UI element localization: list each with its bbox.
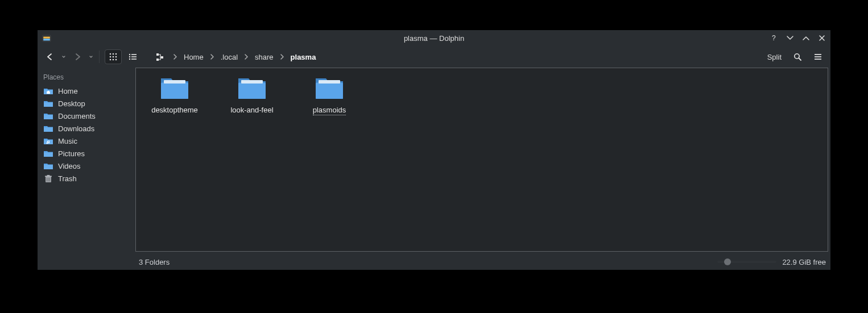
breadcrumb-home[interactable]: Home xyxy=(180,51,207,64)
sidebar-item-music[interactable]: Music xyxy=(38,135,135,147)
compact-view-button[interactable] xyxy=(125,50,140,64)
sidebar-item-home[interactable]: Home xyxy=(38,85,135,97)
status-item-count: 3 Folders xyxy=(139,258,170,266)
chevron-right-icon xyxy=(278,54,286,60)
menu-icon xyxy=(813,52,822,61)
close-button[interactable] xyxy=(818,34,826,42)
sidebar-item-videos[interactable]: Videos xyxy=(38,160,135,172)
chevron-right-icon xyxy=(171,54,179,60)
folder-icon xyxy=(43,124,53,133)
sidebar-item-label: Desktop xyxy=(58,99,85,108)
folder-item[interactable]: desktoptheme xyxy=(146,74,203,115)
sidebar-item-label: Downloads xyxy=(58,124,94,133)
folder-item[interactable]: look-and-feel xyxy=(224,74,280,115)
hamburger-menu-button[interactable] xyxy=(810,50,826,64)
chevron-right-icon xyxy=(208,54,216,60)
split-view-button[interactable]: Split xyxy=(760,51,785,64)
breadcrumb-local[interactable]: .local xyxy=(217,51,241,64)
breadcrumb-share[interactable]: share xyxy=(251,51,277,64)
back-history-dropdown[interactable] xyxy=(61,55,66,59)
sidebar-item-pictures[interactable]: Pictures xyxy=(38,147,135,160)
breadcrumb: Home .local share plasma xyxy=(171,51,319,64)
app-icon xyxy=(42,34,51,43)
sidebar-item-label: Pictures xyxy=(58,149,85,158)
breadcrumb-plasma[interactable]: plasma xyxy=(287,51,320,64)
folder-label: plasmoids xyxy=(313,106,346,115)
sidebar-item-label: Music xyxy=(58,137,77,145)
search-button[interactable] xyxy=(790,50,805,64)
icons-view-button[interactable] xyxy=(105,50,121,64)
file-view[interactable]: desktoptheme look-and-feel plasmoids xyxy=(135,68,828,252)
split-label: Split xyxy=(767,53,782,61)
forward-button xyxy=(69,50,85,64)
forward-history-dropdown[interactable] xyxy=(89,55,93,59)
zoom-slider[interactable] xyxy=(717,261,776,263)
sidebar-item-label: Trash xyxy=(58,174,77,183)
sidebar-item-trash[interactable]: Trash xyxy=(38,172,135,185)
music-folder-icon xyxy=(43,136,53,145)
titlebar[interactable]: plasma — Dolphin xyxy=(38,30,830,46)
minimize-button[interactable] xyxy=(786,34,794,42)
folder-icon xyxy=(313,74,345,101)
sidebar-item-downloads[interactable]: Downloads xyxy=(38,122,135,135)
sidebar-item-desktop[interactable]: Desktop xyxy=(38,97,135,110)
toolbar: Home .local share plasma Split xyxy=(38,46,830,68)
search-icon xyxy=(793,52,802,61)
zoom-slider-knob[interactable] xyxy=(724,258,731,265)
folder-icon xyxy=(43,149,53,158)
sidebar-item-label: Home xyxy=(58,87,78,95)
window-title: plasma — Dolphin xyxy=(38,34,830,43)
tree-view-button[interactable] xyxy=(152,50,168,64)
separator xyxy=(99,51,100,63)
places-panel: Places Home Desktop Documents Downloads … xyxy=(38,68,135,254)
folder-icon xyxy=(43,99,53,108)
places-section-label: Places xyxy=(38,71,135,85)
dolphin-window: plasma — Dolphin Home .local share plasm… xyxy=(38,30,830,270)
chevron-right-icon xyxy=(242,54,250,60)
help-button[interactable] xyxy=(770,34,778,42)
home-folder-icon xyxy=(43,86,53,95)
trash-icon xyxy=(43,174,53,183)
status-free-space: 22.9 GiB free xyxy=(782,258,826,266)
status-bar: 3 Folders 22.9 GiB free xyxy=(38,254,830,270)
sidebar-item-label: Documents xyxy=(58,112,96,120)
maximize-button[interactable] xyxy=(802,34,810,42)
sidebar-item-label: Videos xyxy=(58,162,81,170)
folder-item[interactable]: plasmoids xyxy=(301,74,358,115)
folder-icon xyxy=(236,74,268,101)
folder-label: look-and-feel xyxy=(230,106,273,114)
folder-label: desktoptheme xyxy=(151,106,198,114)
folder-icon xyxy=(43,111,53,120)
sidebar-item-documents[interactable]: Documents xyxy=(38,110,135,122)
folder-icon xyxy=(43,161,53,170)
back-button[interactable] xyxy=(42,50,58,64)
folder-icon xyxy=(159,74,191,101)
